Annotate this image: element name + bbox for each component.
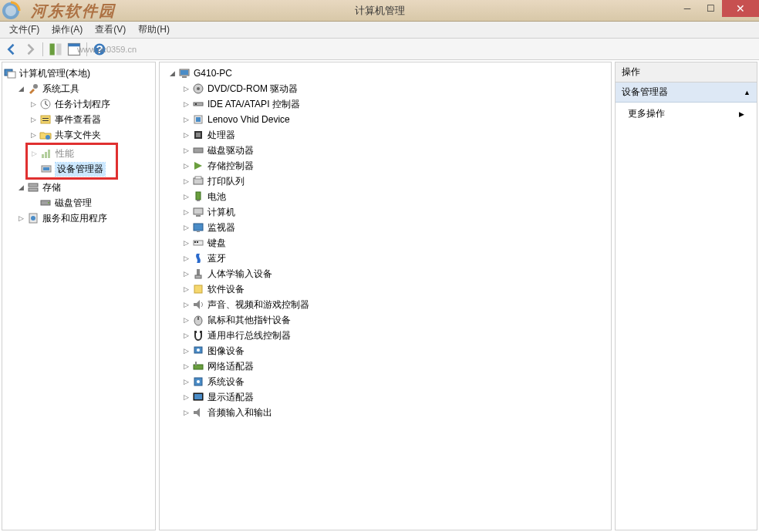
tree-event-viewer[interactable]: ▷ 事件查看器 <box>4 112 153 127</box>
expand-icon[interactable]: ▷ <box>181 177 191 186</box>
svg-rect-42 <box>197 200 200 201</box>
device-category[interactable]: ▷打印队列 <box>161 173 609 189</box>
svg-rect-52 <box>194 285 202 293</box>
device-manager-icon <box>40 163 52 175</box>
device-category[interactable]: ▷显示适配器 <box>161 389 609 405</box>
device-category-label: 电池 <box>207 190 226 204</box>
watermark-url: www.pc0359.cn <box>77 45 137 54</box>
device-category[interactable]: ▷存储控制器 <box>161 158 609 173</box>
tree-task-scheduler[interactable]: ▷ 任务计划程序 <box>4 96 153 112</box>
watermark-icon <box>0 0 28 22</box>
minimize-button[interactable]: ─ <box>676 0 699 17</box>
event-icon <box>39 113 52 126</box>
device-category[interactable]: ▷软件设备 <box>161 281 609 297</box>
menu-view[interactable]: 查看(V) <box>90 22 130 38</box>
device-category[interactable]: ▷键盘 <box>161 235 609 251</box>
expand-icon[interactable]: ▷ <box>181 315 191 325</box>
tree-root-label: 计算机管理(本地) <box>19 67 90 80</box>
storage-icon <box>27 181 39 194</box>
expand-icon[interactable]: ▷ <box>181 254 191 263</box>
tree-device-manager[interactable]: 设备管理器 <box>29 161 114 177</box>
back-button[interactable] <box>3 41 20 58</box>
tree-shared-folders[interactable]: ▷ 共享文件夹 <box>4 127 153 143</box>
device-category[interactable]: ▷音频输入和输出 <box>161 405 609 420</box>
device-category[interactable]: ▷通用串行总线控制器 <box>161 328 609 343</box>
device-root[interactable]: ◢ G410-PC <box>161 66 609 81</box>
close-button[interactable]: ✕ <box>722 0 759 17</box>
actions-more[interactable]: 更多操作 ▶ <box>616 103 757 125</box>
svg-rect-20 <box>43 167 49 170</box>
expand-icon[interactable]: ▷ <box>181 331 191 340</box>
watermark: 河东软件园 <box>0 0 116 22</box>
svg-rect-33 <box>195 103 197 105</box>
expand-icon[interactable]: ▷ <box>181 362 191 371</box>
maximize-button[interactable]: ☐ <box>699 0 722 17</box>
expand-icon[interactable]: ▷ <box>181 238 191 247</box>
device-category[interactable]: ▷系统设备 <box>161 374 609 389</box>
device-manager-label: 设备管理器 <box>56 163 105 176</box>
tree-services-apps[interactable]: ▷ 服务和应用程序 <box>4 210 153 226</box>
expand-icon[interactable]: ▷ <box>16 214 25 223</box>
device-category[interactable]: ▷磁盘驱动器 <box>161 143 609 158</box>
expand-icon[interactable]: ◢ <box>16 84 25 93</box>
expand-icon[interactable]: ▷ <box>181 192 191 201</box>
device-category[interactable]: ▷图像设备 <box>161 343 609 359</box>
expand-icon[interactable]: ◢ <box>16 183 25 192</box>
tree-disk-management[interactable]: 磁盘管理 <box>4 195 153 210</box>
tree-root[interactable]: 计算机管理(本地) <box>4 66 153 81</box>
expand-icon[interactable]: ▷ <box>29 149 39 158</box>
expand-icon[interactable]: ▷ <box>181 377 191 386</box>
tree-system-tools[interactable]: ◢ 系统工具 <box>4 81 153 96</box>
device-category[interactable]: ▷鼠标和其他指针设备 <box>161 312 609 328</box>
device-category-icon <box>192 175 204 187</box>
device-category[interactable]: ▷电池 <box>161 189 609 204</box>
svg-point-62 <box>197 380 200 383</box>
expand-icon[interactable]: ▷ <box>29 115 38 124</box>
tree-performance[interactable]: ▷ 性能 <box>29 146 114 161</box>
menubar: 文件(F) 操作(A) 查看(V) 帮助(H) <box>0 22 759 39</box>
svg-rect-40 <box>195 177 201 179</box>
device-category[interactable]: ▷声音、视频和游戏控制器 <box>161 297 609 312</box>
expand-icon[interactable]: ▷ <box>29 130 38 140</box>
actions-section[interactable]: 设备管理器 ▲ <box>616 82 757 103</box>
device-category[interactable]: ▷IDE ATA/ATAPI 控制器 <box>161 96 609 112</box>
expand-icon[interactable]: ▷ <box>181 161 191 170</box>
device-category[interactable]: ▷计算机 <box>161 204 609 220</box>
clock-icon <box>39 98 52 110</box>
expand-icon[interactable]: ▷ <box>181 99 191 109</box>
expand-icon[interactable]: ▷ <box>181 146 191 155</box>
expand-icon[interactable]: ▷ <box>181 207 191 217</box>
expand-icon[interactable]: ▷ <box>181 130 191 140</box>
expand-icon[interactable]: ▷ <box>181 408 191 417</box>
device-category[interactable]: ▷处理器 <box>161 127 609 143</box>
tree-storage[interactable]: ◢ 存储 <box>4 180 153 195</box>
device-category-label: 显示适配器 <box>207 391 254 404</box>
computer-icon <box>178 67 191 79</box>
expand-icon[interactable]: ▷ <box>29 99 38 109</box>
menu-file[interactable]: 文件(F) <box>5 22 44 38</box>
menu-action[interactable]: 操作(A) <box>47 22 87 38</box>
svg-point-10 <box>33 84 38 89</box>
expand-icon[interactable]: ▷ <box>181 115 191 124</box>
computer-management-icon <box>4 67 16 79</box>
device-category[interactable]: ▷蓝牙 <box>161 251 609 266</box>
submenu-icon: ▶ <box>739 110 744 118</box>
device-category[interactable]: ▷DVD/CD-ROM 驱动器 <box>161 81 609 96</box>
device-category[interactable]: ▷监视器 <box>161 220 609 235</box>
expand-icon[interactable]: ▷ <box>181 300 191 309</box>
show-hide-button[interactable] <box>47 41 64 58</box>
expand-icon[interactable]: ▷ <box>181 285 191 294</box>
expand-icon[interactable]: ▷ <box>181 346 191 355</box>
device-category-icon <box>192 206 204 218</box>
expand-icon[interactable]: ◢ <box>167 69 177 78</box>
expand-icon[interactable]: ▷ <box>181 223 191 232</box>
expand-icon[interactable]: ▷ <box>181 84 191 93</box>
expand-icon[interactable]: ▷ <box>181 269 191 278</box>
device-category[interactable]: ▷Lenovo Vhid Device <box>161 112 609 127</box>
forward-button[interactable] <box>22 41 39 58</box>
menu-help[interactable]: 帮助(H) <box>133 22 174 38</box>
device-category[interactable]: ▷人体学输入设备 <box>161 266 609 281</box>
device-category[interactable]: ▷网络适配器 <box>161 359 609 374</box>
expand-icon[interactable]: ▷ <box>181 392 191 402</box>
window-title: 计算机管理 <box>355 4 405 18</box>
